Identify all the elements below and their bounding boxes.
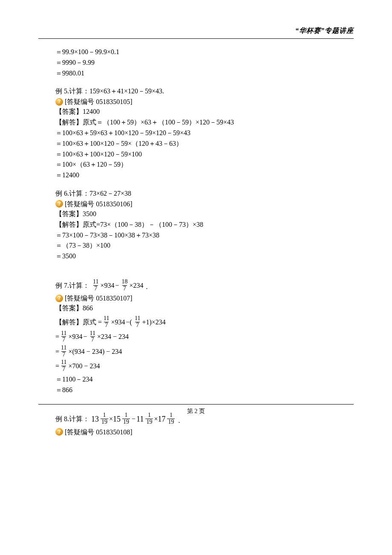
question-mark-icon: ? — [55, 428, 63, 436]
ex8-qr-line: ? [答疑编号 0518350108] — [55, 427, 354, 437]
minus-lparen: −( — [126, 317, 132, 327]
equals: = — [55, 332, 59, 341]
plus-1-rparen: +1) — [142, 317, 151, 327]
question-mark-icon: ? — [55, 98, 63, 106]
fraction-11-7: 117 — [103, 315, 110, 328]
fraction-11-7: 117 — [89, 330, 96, 343]
fraction-11-7: 117 — [60, 345, 67, 358]
mid-700: ×700 − 234 — [69, 361, 100, 371]
ex7-answer: 【答案】866 — [55, 303, 354, 314]
period: . — [146, 282, 148, 292]
ex5-step-4: ＝100×63＋100×120－59×100 — [55, 149, 354, 160]
ex7-sol-3: = 117 ×700 − 234 — [55, 359, 354, 372]
header-right: “华杯赛”专题讲座 — [295, 26, 354, 35]
ex5-qr-line: ? [答疑编号 0518350105] — [55, 97, 354, 107]
footer-rule — [38, 404, 354, 405]
ex7-sol-0: 【解答】原式 = 117 ×934 −( 117 +1) ×234 — [55, 315, 354, 328]
equals: = — [55, 347, 59, 356]
times-934: ×934 — [100, 280, 114, 290]
question-mark-icon: ? — [55, 200, 63, 208]
ex6-step-3: ＝（73－38）×100 — [55, 240, 354, 251]
ex6-title: 例 6.计算：73×62－27×38 — [55, 188, 354, 199]
equals: = — [55, 361, 59, 371]
ex5-step-1: 【解答】原式＝（100＋59）×63＋（100－59）×120－59×43 — [55, 117, 354, 128]
tail-234-minus-234: ×234 − 234 — [97, 332, 129, 341]
minus: − — [115, 280, 119, 290]
ex6-step-2: ＝73×100－73×38－100×38＋73×38 — [55, 230, 354, 241]
times-934: ×934 — [111, 317, 125, 327]
ex7-sol-prefix: 【解答】原式 — [55, 317, 96, 327]
ex7-title: 例 7.计算： 117 ×934 − 187 ×234 . — [55, 279, 354, 292]
ex6-answer: 【答案】3500 — [55, 209, 354, 220]
ex7-sol-5: ＝866 — [55, 385, 354, 396]
fraction-11-7: 117 — [134, 315, 141, 328]
ex7-sol-4: ＝1100－234 — [55, 374, 354, 385]
ex5-step-6: ＝12400 — [55, 170, 354, 181]
ex6-qr-text: [答疑编号 0518350106] — [65, 199, 133, 209]
ex5-step-3: ＝100×63＋100×120－59×（120＋43－63） — [55, 139, 354, 149]
ex7-sol-2: = 117 ×(934 − 234) − 234 — [55, 345, 354, 358]
intro-line-3: ＝9980.01 — [55, 68, 354, 79]
ex8-qr-text: [答疑编号 0518350108] — [65, 427, 133, 437]
ex6-step-4: ＝3500 — [55, 251, 354, 262]
ex7-sol-1: = 117 ×934 − 117 ×234 − 234 — [55, 330, 354, 343]
ex5-qr-text: [答疑编号 0518350105] — [65, 97, 133, 107]
intro-line-1: ＝99.9×100－99.9×0.1 — [55, 47, 354, 58]
times-234: ×234 — [152, 317, 166, 327]
ex5-title: 例 5.计算：159×63＋41×120－59×43. — [55, 86, 354, 97]
ex6-step-1: 【解答】原式=73×（100－38）－（100－73）×38 — [55, 220, 354, 230]
times-934: ×934 — [69, 332, 83, 341]
ex5-step-5: ＝100×（63＋120－59） — [55, 159, 354, 170]
fraction-11-7: 117 — [60, 359, 67, 372]
times-234: ×234 — [130, 280, 144, 290]
footer: 第 2 页 — [38, 404, 354, 416]
ex6-qr-line: ? [答疑编号 0518350106] — [55, 199, 354, 209]
ex7-prefix: 例 7.计算： — [55, 280, 89, 290]
fraction-11-7: 117 — [92, 279, 99, 292]
minus: − — [84, 332, 87, 341]
equals: = — [98, 317, 102, 327]
fraction-11-7: 117 — [60, 330, 67, 343]
header-rule — [38, 38, 354, 39]
ex5-step-2: ＝100×63＋59×63＋100×120－59×120－59×43 — [55, 128, 354, 139]
mid-paren-diff: ×(934 − 234) − 234 — [69, 347, 122, 356]
question-mark-icon: ? — [55, 295, 63, 302]
ex7-qr-text: [答疑编号 0518350107] — [65, 293, 133, 303]
intro-line-2: ＝9990－9.99 — [55, 58, 354, 68]
period: . — [178, 416, 180, 425]
fraction-18-7: 187 — [121, 279, 129, 292]
ex7-qr-line: ? [答疑编号 0518350107] — [55, 293, 354, 303]
ex5-answer: 【答案】12400 — [55, 107, 354, 117]
footer-page: 第 2 页 — [38, 407, 354, 416]
